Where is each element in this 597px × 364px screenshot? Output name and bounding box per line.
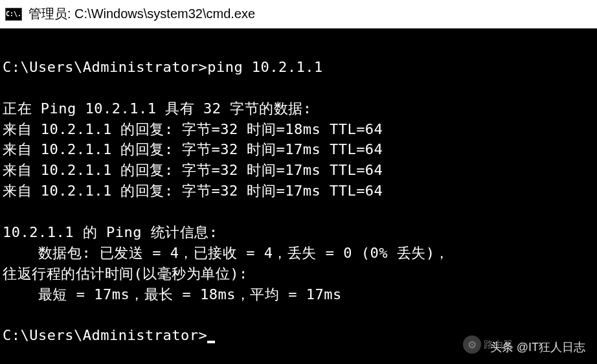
watermark-primary-text: 头条 @IT狂人日志 xyxy=(490,339,585,355)
stats-packets: 数据包: 已发送 = 4，已接收 = 4，丢失 = 0 (0% 丢失)， xyxy=(3,243,594,264)
prompt-line: C:\Users\Administrator>ping 10.2.1.1 xyxy=(3,57,594,78)
blank-line xyxy=(3,36,594,57)
reply-line: 来自 10.2.1.1 的回复: 字节=32 时间=17ms TTL=64 xyxy=(3,181,594,201)
cmd-icon: C:\. xyxy=(5,8,22,21)
blank-line xyxy=(3,305,594,326)
window-title: 管理员: C:\Windows\system32\cmd.exe xyxy=(28,5,255,23)
stats-header: 10.2.1.1 的 Ping 统计信息: xyxy=(3,222,594,243)
blank-line xyxy=(3,201,594,222)
command-text: ping 10.2.1.1 xyxy=(207,59,323,75)
blank-line xyxy=(3,78,594,98)
reply-line: 来自 10.2.1.1 的回复: 字节=32 时间=17ms TTL=64 xyxy=(3,139,594,160)
cursor xyxy=(207,341,215,343)
prompt-path: C:\Users\Administrator> xyxy=(3,59,207,75)
prompt-path: C:\Users\Administrator> xyxy=(3,327,207,343)
terminal-output[interactable]: C:\Users\Administrator>ping 10.2.1.1 正在 … xyxy=(0,28,597,354)
watermark-primary: 头条 @IT狂人日志 xyxy=(490,339,585,355)
pinging-line: 正在 Ping 10.2.1.1 具有 32 字节的数据: xyxy=(3,98,594,119)
rtt-values: 最短 = 17ms，最长 = 18ms，平均 = 17ms xyxy=(3,284,594,305)
router-icon: ⚙ xyxy=(463,336,481,354)
rtt-header: 往返行程的估计时间(以毫秒为单位): xyxy=(3,264,594,284)
window-titlebar[interactable]: C:\. 管理员: C:\Windows\system32\cmd.exe xyxy=(0,0,597,28)
reply-line: 来自 10.2.1.1 的回复: 字节=32 时间=17ms TTL=64 xyxy=(3,160,594,181)
reply-line: 来自 10.2.1.1 的回复: 字节=32 时间=18ms TTL=64 xyxy=(3,119,594,140)
